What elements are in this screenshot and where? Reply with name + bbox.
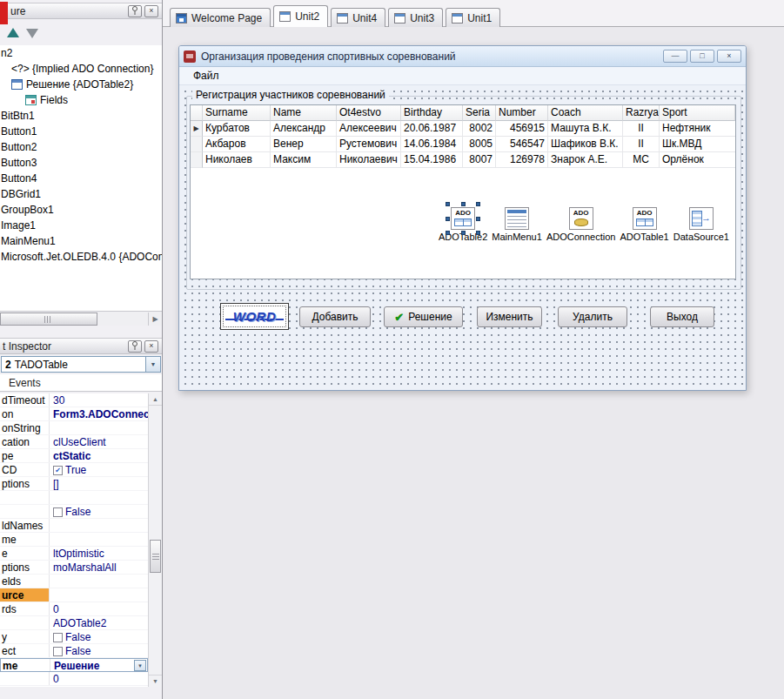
component-datasource1[interactable]: → DataSource1 — [673, 207, 729, 242]
property-value[interactable]: ltOptimistic — [50, 547, 148, 560]
property-name[interactable]: me — [1, 659, 50, 671]
grid-row[interactable]: Акбаров Венер Рустемович 14.06.1984 8005… — [191, 137, 735, 152]
property-value[interactable]: ADOTable2 — [50, 616, 148, 629]
pin-icon[interactable] — [128, 340, 142, 353]
property-value[interactable]: [] — [50, 477, 148, 490]
column-header[interactable]: Coach — [548, 105, 623, 121]
tree-item-button3[interactable]: Button3 — [0, 155, 162, 171]
tree-item-mainmenu1[interactable]: MainMenu1 — [0, 233, 162, 249]
column-header[interactable]: Name — [271, 105, 337, 121]
navigate-up-icon[interactable] — [7, 28, 19, 37]
grid-row[interactable]: ▶ Курбатов Александр Алексеевич 20.06.19… — [191, 121, 735, 137]
tab-events[interactable]: Events — [9, 377, 41, 389]
grid-row[interactable]: Николаев Максим Николаевич 15.04.1986 80… — [191, 152, 735, 168]
property-name[interactable]: ect — [0, 644, 50, 657]
property-name-highlighted[interactable]: urce — [0, 588, 50, 602]
tree-item-button1[interactable]: Button1 — [0, 124, 162, 139]
tree-item-adotable2[interactable]: Решение {ADOTable2} — [0, 77, 162, 92]
pin-icon[interactable] — [128, 5, 142, 17]
property-value[interactable]: False — [50, 644, 148, 657]
close-icon[interactable]: × — [144, 340, 158, 353]
property-name[interactable]: CD — [0, 463, 50, 476]
tree-item-dbgrid1[interactable]: DBGrid1 — [0, 186, 162, 202]
property-value[interactable] — [50, 421, 148, 434]
tree-item-oledb-connection[interactable]: Microsoft.Jet.OLEDB.4.0 {ADOConnec — [0, 249, 162, 265]
maximize-button[interactable]: □ — [690, 50, 714, 63]
property-value[interactable]: 0 — [50, 602, 148, 615]
checkbox-unchecked-icon[interactable] — [53, 507, 63, 517]
property-name[interactable]: me — [0, 533, 50, 546]
component-adotable2[interactable]: ADO ADOTable2 — [439, 207, 487, 242]
column-header[interactable]: Seria — [463, 105, 496, 121]
property-value[interactable] — [50, 533, 148, 546]
property-value[interactable] — [50, 519, 148, 532]
property-value[interactable]: moMarshalAll — [50, 561, 148, 574]
tab-unit3[interactable]: Unit3 — [388, 8, 443, 27]
menu-file[interactable]: Файл — [193, 70, 219, 82]
property-row-selected[interactable]: meРешение▼ — [0, 658, 148, 672]
tree-item-image1[interactable]: Image1 — [0, 218, 162, 233]
tab-unit4[interactable]: Unit4 — [331, 8, 385, 27]
component-mainmenu1[interactable]: MainMenu1 — [492, 207, 541, 242]
hscroll-thumb[interactable] — [0, 313, 97, 326]
column-header[interactable]: Number — [496, 105, 548, 121]
property-name[interactable]: ldNames — [0, 519, 50, 532]
component-selector[interactable]: 2 TADOTable ▼ — [1, 356, 161, 373]
navigate-down-icon[interactable] — [26, 29, 38, 38]
scroll-right-icon[interactable]: ▶ — [148, 313, 162, 326]
selection-handle[interactable] — [446, 231, 450, 235]
solution-button[interactable]: ✔Решение — [384, 306, 463, 327]
property-value[interactable]: Form3.ADOConnecti — [50, 407, 148, 420]
property-value[interactable]: ctStatic — [50, 449, 148, 462]
scroll-down-icon[interactable]: ▼ — [149, 675, 162, 687]
tree-item-form2[interactable]: n2 — [0, 45, 162, 61]
close-icon[interactable]: × — [144, 5, 158, 17]
property-name[interactable]: cation — [0, 435, 50, 448]
selection-handle[interactable] — [461, 202, 466, 206]
property-value[interactable]: Решение — [50, 659, 147, 671]
property-name[interactable]: rds — [0, 602, 50, 615]
column-header[interactable]: Surname — [203, 105, 271, 121]
property-name[interactable]: elds — [0, 575, 50, 588]
chevron-down-icon[interactable]: ▼ — [145, 357, 160, 372]
property-value[interactable] — [50, 575, 148, 588]
property-name[interactable]: dTimeout — [0, 393, 50, 407]
word-button[interactable]: WORD — [220, 303, 289, 330]
checkbox-checked-icon[interactable]: ✔ — [53, 466, 63, 475]
vscroll-thumb[interactable] — [150, 540, 161, 573]
chevron-down-icon[interactable]: ▼ — [134, 660, 146, 671]
add-button[interactable]: Добавить — [299, 306, 371, 327]
tree-item-groupbox1[interactable]: GroupBox1 — [0, 202, 162, 218]
property-name[interactable] — [0, 505, 50, 518]
property-name[interactable]: on — [0, 407, 50, 420]
tab-unit2[interactable]: Unit2 — [273, 5, 328, 27]
property-name[interactable]: e — [0, 547, 50, 560]
structure-hscrollbar[interactable]: ▶ — [0, 311, 162, 326]
selection-handle[interactable] — [476, 202, 480, 206]
property-value[interactable]: 0 — [50, 672, 148, 685]
scroll-up-icon[interactable]: ▲ — [149, 393, 162, 406]
selection-handle[interactable] — [476, 231, 480, 235]
property-value[interactable]: clUseClient — [50, 435, 148, 448]
exit-button[interactable]: Выход — [650, 306, 714, 327]
minimize-button[interactable]: — — [663, 50, 687, 63]
tree-item-button4[interactable]: Button4 — [0, 171, 162, 186]
column-header[interactable]: Sport — [660, 105, 735, 121]
property-name[interactable] — [0, 491, 50, 504]
inspector-vscrollbar[interactable]: ▲ ▼ — [148, 393, 162, 687]
selection-handle[interactable] — [461, 231, 466, 235]
checkbox-unchecked-icon[interactable] — [53, 647, 63, 656]
selection-handle[interactable] — [446, 202, 450, 206]
selection-handle[interactable] — [446, 217, 450, 221]
property-value[interactable]: False — [50, 505, 148, 518]
property-value[interactable] — [50, 491, 148, 504]
column-header[interactable]: Razryad — [623, 105, 660, 121]
property-value[interactable]: 30 — [50, 393, 148, 407]
checkbox-unchecked-icon[interactable] — [53, 633, 63, 642]
column-header[interactable]: Ot4estvo — [337, 105, 401, 121]
form-titlebar[interactable]: Организация проведения спортивных соревн… — [179, 46, 746, 67]
property-name[interactable]: pe — [0, 449, 50, 462]
component-adoconnection[interactable]: ADO ADOConnection — [546, 207, 616, 242]
property-name[interactable]: ptions — [0, 561, 50, 574]
property-name[interactable]: y — [0, 630, 50, 643]
